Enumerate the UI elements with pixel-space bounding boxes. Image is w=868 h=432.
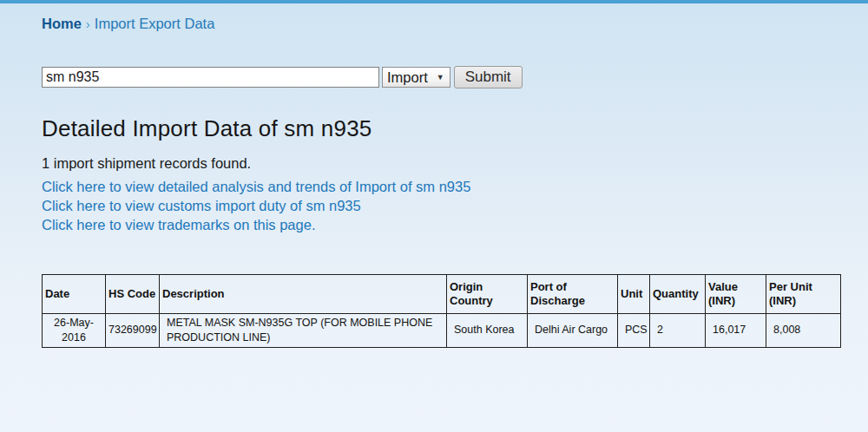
import-data-table: DateHS CodeDescriptionOrigin CountryPort… — [42, 274, 841, 348]
table-cell: 26-May-2016 — [43, 314, 106, 348]
table-cell: 16,017 — [706, 314, 766, 348]
table-cell: 73269099 — [106, 314, 160, 348]
search-bar: Import ▼ Submit — [42, 67, 840, 88]
column-header: Description — [160, 275, 447, 314]
breadcrumb-current-link[interactable]: Import Export Data — [95, 16, 214, 31]
top-accent-bar — [0, 0, 868, 3]
table-cell: 2 — [650, 314, 706, 348]
link-trademarks[interactable]: Click here to view trademarks on this pa… — [42, 215, 840, 234]
breadcrumb: Home›Import Export Data — [42, 16, 840, 32]
search-type-select[interactable]: Import ▼ — [382, 67, 450, 88]
column-header: Value (INR) — [706, 275, 766, 314]
search-input[interactable] — [42, 67, 379, 88]
table-row: 26-May-201673269099METAL MASK SM-N935G T… — [43, 314, 841, 348]
submit-button[interactable]: Submit — [454, 66, 523, 88]
chevron-down-icon: ▼ — [437, 73, 444, 82]
column-header: Per Unit (INR) — [766, 275, 841, 314]
table-header-row: DateHS CodeDescriptionOrigin CountryPort… — [43, 275, 841, 314]
table-cell: METAL MASK SM-N935G TOP (FOR MOBILE PHON… — [160, 314, 447, 348]
column-header: HS Code — [106, 275, 160, 314]
page-content: Home›Import Export Data Import ▼ Submit … — [0, 16, 868, 348]
records-found-text: 1 import shipment records found. — [42, 155, 840, 172]
column-header: Quantity — [650, 275, 706, 314]
link-analysis-trends[interactable]: Click here to view detailed analysis and… — [42, 177, 840, 196]
table-cell: 8,008 — [766, 314, 841, 348]
table-cell: PCS — [618, 314, 650, 348]
column-header: Port of Discharge — [528, 275, 618, 314]
page-title: Detailed Import Data of sm n935 — [42, 115, 840, 142]
breadcrumb-home-link[interactable]: Home — [42, 16, 82, 31]
related-links: Click here to view detailed analysis and… — [42, 177, 840, 234]
column-header: Date — [43, 275, 106, 314]
link-customs-import-duty[interactable]: Click here to view customs import duty o… — [42, 196, 840, 215]
search-type-selected-value: Import — [387, 69, 428, 86]
column-header: Unit — [618, 275, 650, 314]
column-header: Origin Country — [447, 275, 528, 314]
table-body: 26-May-201673269099METAL MASK SM-N935G T… — [43, 314, 841, 348]
table-header: DateHS CodeDescriptionOrigin CountryPort… — [43, 275, 841, 314]
table-cell: Delhi Air Cargo — [528, 314, 618, 348]
table-cell: South Korea — [447, 314, 528, 348]
breadcrumb-separator-icon: › — [82, 16, 95, 31]
